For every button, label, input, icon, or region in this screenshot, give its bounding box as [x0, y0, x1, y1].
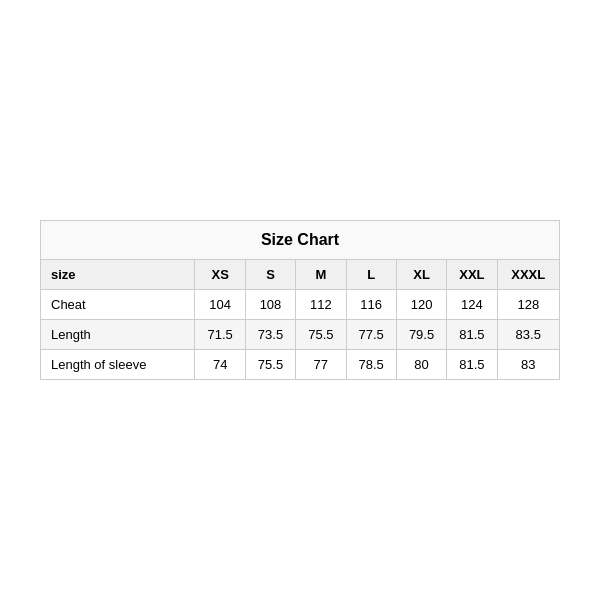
data-cell: 75.5 [245, 350, 295, 380]
data-cell: 75.5 [296, 320, 346, 350]
data-cell: 104 [195, 290, 245, 320]
header-cell: XXL [447, 260, 497, 290]
table-title: Size Chart [41, 221, 560, 260]
data-cell: 80 [396, 350, 446, 380]
title-row: Size Chart [41, 221, 560, 260]
data-cell: 78.5 [346, 350, 396, 380]
table-row: Length71.573.575.577.579.581.583.5 [41, 320, 560, 350]
header-cell: XL [396, 260, 446, 290]
size-chart-table: Size Chart sizeXSSMLXLXXLXXXL Cheat10410… [40, 220, 560, 380]
header-cell: XS [195, 260, 245, 290]
header-cell: XXXL [497, 260, 559, 290]
size-chart-wrapper: Size Chart sizeXSSMLXLXXLXXXL Cheat10410… [40, 220, 560, 380]
data-cell: 73.5 [245, 320, 295, 350]
header-cell: L [346, 260, 396, 290]
data-cell: 74 [195, 350, 245, 380]
table-row: Cheat104108112116120124128 [41, 290, 560, 320]
header-cell: M [296, 260, 346, 290]
data-cell: 81.5 [447, 350, 497, 380]
data-cell: 71.5 [195, 320, 245, 350]
data-cell: 83 [497, 350, 559, 380]
data-cell: 83.5 [497, 320, 559, 350]
data-cell: 81.5 [447, 320, 497, 350]
table-row: Length of sleeve7475.57778.58081.583 [41, 350, 560, 380]
data-cell: 128 [497, 290, 559, 320]
header-cell: S [245, 260, 295, 290]
data-cell: 116 [346, 290, 396, 320]
data-cell: 120 [396, 290, 446, 320]
data-cell: 77.5 [346, 320, 396, 350]
data-cell: 124 [447, 290, 497, 320]
row-label: Length of sleeve [41, 350, 195, 380]
data-cell: 79.5 [396, 320, 446, 350]
data-cell: 77 [296, 350, 346, 380]
header-cell: size [41, 260, 195, 290]
row-label: Cheat [41, 290, 195, 320]
data-cell: 108 [245, 290, 295, 320]
header-row: sizeXSSMLXLXXLXXXL [41, 260, 560, 290]
data-cell: 112 [296, 290, 346, 320]
row-label: Length [41, 320, 195, 350]
